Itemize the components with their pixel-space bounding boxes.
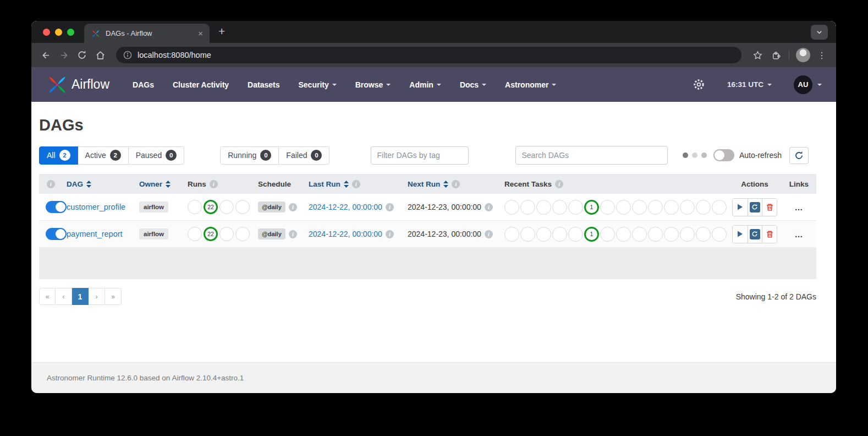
filter-button-all[interactable]: All2 <box>39 146 78 165</box>
airflow-brand[interactable]: Airflow <box>72 77 109 92</box>
run-state-circle[interactable] <box>235 227 250 241</box>
owner-badge[interactable]: airflow <box>139 228 168 239</box>
delete-dag-button[interactable] <box>762 226 777 243</box>
pagination-page-1-button[interactable]: 1 <box>72 288 89 305</box>
browser-menu-button[interactable]: ⋮ <box>815 50 828 61</box>
run-success-circle[interactable]: 22 <box>204 200 218 214</box>
tag-filter-input[interactable] <box>371 146 469 165</box>
dag-name-link[interactable]: customer_profile <box>67 203 125 211</box>
column-header-owner[interactable]: Owner <box>135 180 183 188</box>
url-bar[interactable]: localhost:8080/home <box>116 47 741 63</box>
task-state-circle[interactable] <box>616 200 631 215</box>
tab-search-chevron-button[interactable] <box>811 25 828 40</box>
auto-refresh-toggle[interactable] <box>713 149 734 161</box>
bookmark-button[interactable] <box>751 50 764 61</box>
run-success-circle[interactable]: 22 <box>204 227 218 241</box>
run-state-circle[interactable] <box>219 227 234 241</box>
run-state-circle[interactable] <box>188 227 202 241</box>
task-state-circle[interactable] <box>504 200 519 215</box>
manual-refresh-button[interactable] <box>789 147 809 164</box>
trigger-dag-button[interactable] <box>733 199 748 216</box>
sort-icon[interactable] <box>443 181 448 188</box>
dag-name-link[interactable]: payment_report <box>67 230 123 238</box>
task-state-circle[interactable] <box>520 200 535 215</box>
run-state-circle[interactable] <box>219 200 234 214</box>
sort-icon[interactable] <box>344 181 349 188</box>
task-state-circle[interactable] <box>632 200 647 215</box>
user-avatar[interactable]: AU <box>794 75 812 94</box>
close-window-button[interactable] <box>43 29 50 36</box>
task-state-circle[interactable] <box>712 227 727 242</box>
nav-item-dags[interactable]: DAGs <box>133 80 154 89</box>
task-state-circle[interactable] <box>520 227 535 242</box>
pagination-next-button[interactable]: › <box>89 288 105 305</box>
nav-item-cluster-activity[interactable]: Cluster Activity <box>173 80 229 89</box>
task-state-circle[interactable] <box>536 200 551 215</box>
minimize-window-button[interactable] <box>55 29 62 36</box>
nav-item-datasets[interactable]: Datasets <box>248 80 279 89</box>
task-state-circle[interactable] <box>680 227 695 242</box>
last-run-link[interactable]: 2024-12-22, 00:00:00 <box>309 230 382 238</box>
back-button[interactable] <box>39 50 52 61</box>
reload-button[interactable] <box>75 50 89 60</box>
site-info-icon[interactable] <box>123 51 132 59</box>
task-state-circle[interactable] <box>568 200 583 215</box>
owner-badge[interactable]: airflow <box>139 201 168 212</box>
pagination-prev-button[interactable]: ‹ <box>56 288 72 305</box>
task-state-circle[interactable] <box>536 227 551 242</box>
tab-close-icon[interactable]: × <box>198 29 203 37</box>
task-state-circle[interactable] <box>552 227 567 242</box>
dag-pause-toggle[interactable] <box>46 228 67 240</box>
task-state-circle[interactable] <box>616 227 631 242</box>
task-state-circle[interactable] <box>504 227 519 242</box>
pagination-first-button[interactable]: « <box>39 288 56 305</box>
browser-tab[interactable]: DAGs - Airflow × <box>84 24 210 43</box>
task-state-circle[interactable] <box>696 227 711 242</box>
task-state-circle[interactable] <box>600 227 615 242</box>
run-state-circle[interactable] <box>235 200 250 214</box>
new-tab-button[interactable]: + <box>218 25 225 43</box>
links-more-button[interactable]: … <box>786 230 812 239</box>
nav-item-astronomer[interactable]: Astronomer <box>505 80 556 89</box>
task-state-circle[interactable] <box>632 227 647 242</box>
extensions-button[interactable] <box>769 50 782 61</box>
settings-gear-button[interactable] <box>693 78 705 91</box>
reparse-dag-button[interactable] <box>748 199 762 216</box>
delete-dag-button[interactable] <box>762 199 777 216</box>
nav-item-security[interactable]: Security <box>298 80 336 89</box>
sort-icon[interactable] <box>86 181 91 188</box>
task-success-circle[interactable]: 1 <box>584 200 599 215</box>
task-state-circle[interactable] <box>696 200 711 215</box>
filter-button-paused[interactable]: Paused0 <box>129 146 184 165</box>
search-dags-input[interactable] <box>515 146 668 165</box>
column-header-last-run[interactable]: Last Runi <box>304 180 403 188</box>
task-success-circle[interactable]: 1 <box>584 227 599 242</box>
task-state-circle[interactable] <box>552 200 567 215</box>
task-state-circle[interactable] <box>712 200 727 215</box>
timezone-selector[interactable]: 16:31 UTC <box>727 80 772 89</box>
filter-button-failed[interactable]: Failed0 <box>279 146 329 165</box>
nav-item-docs[interactable]: Docs <box>460 80 486 89</box>
home-button[interactable] <box>94 50 107 61</box>
task-state-circle[interactable] <box>648 200 663 215</box>
forward-button[interactable] <box>57 50 70 61</box>
reparse-dag-button[interactable] <box>748 226 762 243</box>
task-state-circle[interactable] <box>680 200 695 215</box>
last-run-link[interactable]: 2024-12-22, 00:00:00 <box>309 203 382 211</box>
task-state-circle[interactable] <box>664 200 679 215</box>
run-state-circle[interactable] <box>188 200 202 214</box>
task-state-circle[interactable] <box>664 227 679 242</box>
sort-icon[interactable] <box>166 181 171 188</box>
dag-pause-toggle[interactable] <box>46 201 67 213</box>
task-state-circle[interactable] <box>568 227 583 242</box>
maximize-window-button[interactable] <box>67 29 74 36</box>
nav-item-browse[interactable]: Browse <box>355 80 391 89</box>
browser-profile-avatar[interactable] <box>796 48 810 62</box>
column-header-next-run[interactable]: Next Runi <box>403 180 500 188</box>
trigger-dag-button[interactable] <box>733 226 748 243</box>
task-state-circle[interactable] <box>600 200 615 215</box>
links-more-button[interactable]: … <box>786 203 812 212</box>
nav-item-admin[interactable]: Admin <box>409 80 441 89</box>
task-state-circle[interactable] <box>648 227 663 242</box>
user-menu[interactable]: AU <box>794 75 822 94</box>
